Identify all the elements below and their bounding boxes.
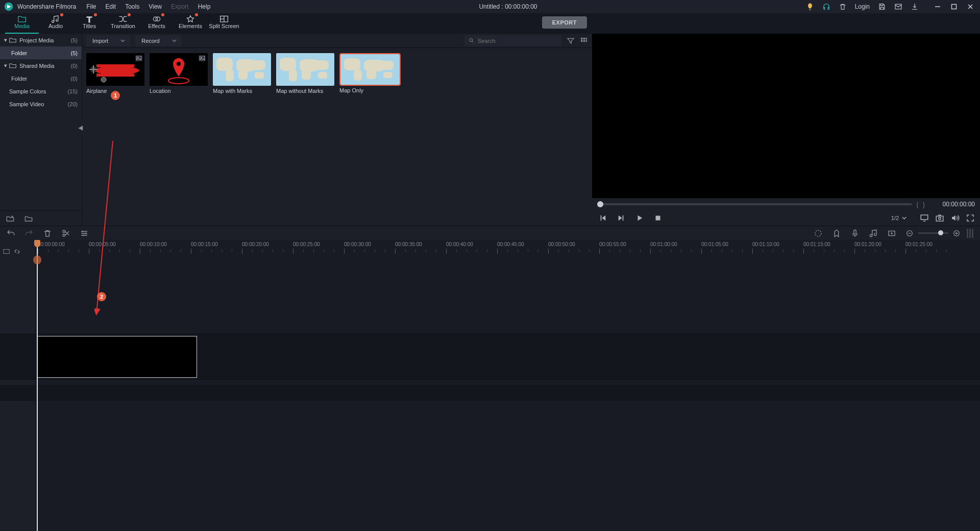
delete-icon[interactable]	[43, 229, 52, 238]
svg-point-31	[939, 218, 941, 220]
timeline-ruler[interactable]: 00:00:00:0000:00:05:0000:00:10:0000:00:1…	[35, 240, 980, 256]
redo-icon[interactable]	[24, 229, 34, 238]
zoom-out-icon[interactable]	[905, 229, 914, 237]
timeline-drop-target[interactable]	[37, 336, 197, 378]
svg-rect-24	[200, 56, 205, 60]
next-frame-icon[interactable]	[616, 212, 627, 224]
mark-out-icon[interactable]: }	[923, 201, 925, 208]
thumb-map-with-marks[interactable]: Map with Marks	[213, 53, 271, 94]
fullscreen-icon[interactable]	[966, 213, 975, 223]
ribbon-tab-effects[interactable]: Effects	[140, 14, 174, 34]
playhead[interactable]	[37, 240, 38, 531]
preview-scrub-track[interactable]	[597, 203, 912, 205]
render-icon[interactable]	[814, 229, 823, 238]
thumb-airplane[interactable]: Airplane	[86, 53, 144, 94]
window-maximize-icon[interactable]	[948, 1, 960, 12]
import-dropdown[interactable]: Import	[86, 35, 130, 46]
menu-file[interactable]: File	[86, 3, 96, 10]
display-output-icon[interactable]	[920, 213, 929, 223]
media-tree-panel: ▾Project Media(5)Folder(5)▾Shared Media(…	[0, 34, 82, 226]
playhead-grip[interactable]	[34, 240, 40, 247]
tree-row-shared-media-2[interactable]: ▾Shared Media(0)	[0, 59, 82, 72]
ribbon: MediaAudioTitlesTransitionEffectsElement…	[0, 13, 980, 34]
zoom-knob[interactable]	[938, 230, 943, 235]
prev-frame-icon[interactable]	[597, 212, 608, 224]
filter-icon[interactable]	[567, 37, 575, 45]
collapse-panel-icon[interactable]: ◀	[78, 120, 83, 135]
thumbnail-grid: Airplane Location Map with Marks Map wit…	[82, 48, 592, 99]
window-close-icon[interactable]	[965, 1, 976, 12]
ribbon-tab-titles[interactable]: Titles	[72, 14, 106, 34]
menu-view[interactable]: View	[149, 3, 162, 10]
ruler-tick-major: 00:00:10:00	[140, 242, 167, 247]
search-box[interactable]	[464, 35, 561, 46]
ruler-tick-major: 00:00:25:00	[293, 242, 320, 247]
mail-icon[interactable]	[894, 3, 902, 11]
preview-pane: { } 00:00:00:00 1/2	[592, 34, 980, 226]
record-dropdown[interactable]: Record	[135, 35, 181, 46]
search-input[interactable]	[478, 38, 557, 44]
ruler-tick-major: 00:00:20:00	[242, 242, 269, 247]
tree-row-folder-3[interactable]: Folder(0)	[0, 72, 82, 85]
disclosure-triangle-icon[interactable]: ▾	[4, 37, 9, 43]
headphones-icon[interactable]	[822, 3, 830, 11]
menu-export: Export	[171, 3, 189, 10]
music-icon[interactable]	[869, 229, 878, 238]
keyframe-icon[interactable]	[887, 229, 896, 238]
menu-edit[interactable]: Edit	[106, 3, 116, 10]
undo-icon[interactable]	[6, 229, 15, 238]
zoom-slider[interactable]	[918, 232, 948, 234]
timeline-zoom	[905, 229, 961, 237]
lightbulb-icon[interactable]	[806, 3, 814, 11]
thumb-image	[339, 53, 401, 86]
playhead-indicator	[33, 255, 41, 264]
voiceover-icon[interactable]	[850, 229, 860, 238]
snapshot-icon[interactable]	[935, 213, 944, 223]
tree-row-folder-1[interactable]: Folder(5)	[0, 46, 82, 59]
zoom-in-icon[interactable]	[952, 229, 961, 237]
tree-bottom-bar	[0, 210, 82, 226]
ribbon-tab-label: Split Screen	[209, 23, 239, 29]
export-button[interactable]: EXPORT	[542, 16, 587, 29]
ribbon-tab-elements[interactable]: Elements	[174, 14, 207, 34]
thumb-map-without-marks[interactable]: Map without Marks	[276, 53, 334, 94]
marker-icon[interactable]	[832, 229, 841, 238]
menu-tools[interactable]: Tools	[125, 3, 139, 10]
scrub-knob[interactable]	[597, 201, 603, 207]
thumb-map-only[interactable]: Map Only	[339, 53, 402, 94]
trash-icon[interactable]	[839, 3, 847, 11]
folder-icon[interactable]	[24, 215, 33, 222]
record-label: Record	[141, 38, 159, 44]
tree-row-project-media-0[interactable]: ▾Project Media(5)	[0, 34, 82, 46]
preview-video[interactable]	[592, 34, 980, 198]
window-minimize-icon[interactable]	[932, 1, 943, 12]
new-folder-icon[interactable]	[6, 215, 14, 222]
volume-icon[interactable]	[950, 213, 960, 223]
tree-row-sample-video-5[interactable]: Sample Video(20)	[0, 98, 82, 110]
preview-scale-dropdown[interactable]: 1/2	[891, 215, 906, 221]
stop-icon[interactable]	[652, 212, 664, 224]
timeline[interactable]: 1 1 00:00:00:0000:00:05:0000:00:10:0000:…	[0, 240, 980, 531]
tree-row-sample-colors-4[interactable]: Sample Colors(15)	[0, 85, 82, 98]
auto-ripple-icon[interactable]	[3, 248, 10, 255]
menu-help[interactable]: Help	[198, 3, 211, 10]
ribbon-tab-split-screen[interactable]: Split Screen	[207, 14, 241, 34]
link-icon[interactable]	[14, 248, 20, 255]
save-icon[interactable]	[878, 3, 886, 11]
ribbon-tab-transition[interactable]: Transition	[106, 14, 140, 34]
login-link[interactable]: Login	[855, 3, 870, 10]
ribbon-tab-audio[interactable]: Audio	[39, 14, 72, 34]
ruler-tick-major: 00:01:05:00	[701, 242, 728, 247]
svg-rect-30	[936, 216, 943, 221]
svg-rect-16	[96, 74, 134, 77]
download-icon[interactable]	[911, 3, 919, 11]
adjust-icon[interactable]	[80, 229, 89, 238]
disclosure-triangle-icon[interactable]: ▾	[4, 62, 9, 69]
split-icon[interactable]	[61, 229, 70, 238]
ribbon-tab-media[interactable]: Media	[5, 14, 39, 34]
timeline-view-toggle-icon[interactable]	[967, 229, 974, 238]
thumb-location[interactable]: Location	[150, 53, 208, 94]
mark-in-icon[interactable]: {	[916, 201, 918, 208]
grid-view-icon[interactable]	[580, 37, 588, 45]
play-icon[interactable]	[634, 212, 645, 224]
